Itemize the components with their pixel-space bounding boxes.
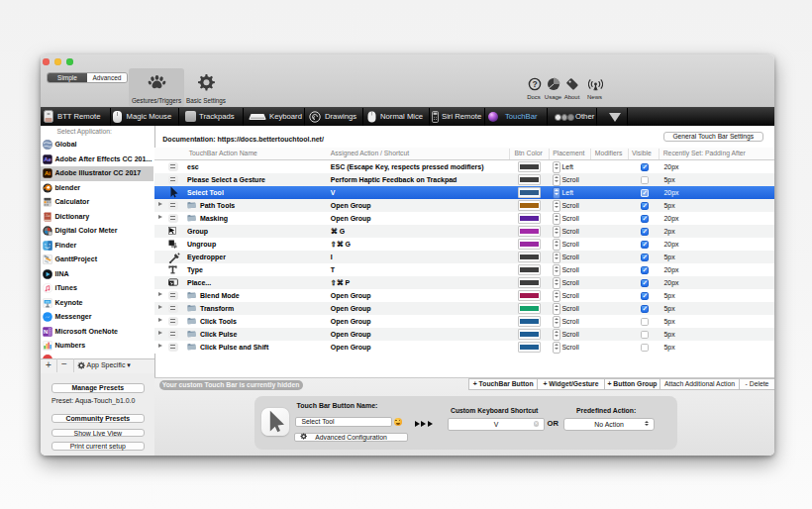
svg-text:Ai: Ai [45, 171, 51, 177]
svg-text:N: N [44, 329, 48, 335]
svg-text:?: ? [532, 79, 537, 89]
svg-text:Ae: Ae [44, 156, 51, 162]
svg-text:Aa: Aa [45, 213, 50, 218]
